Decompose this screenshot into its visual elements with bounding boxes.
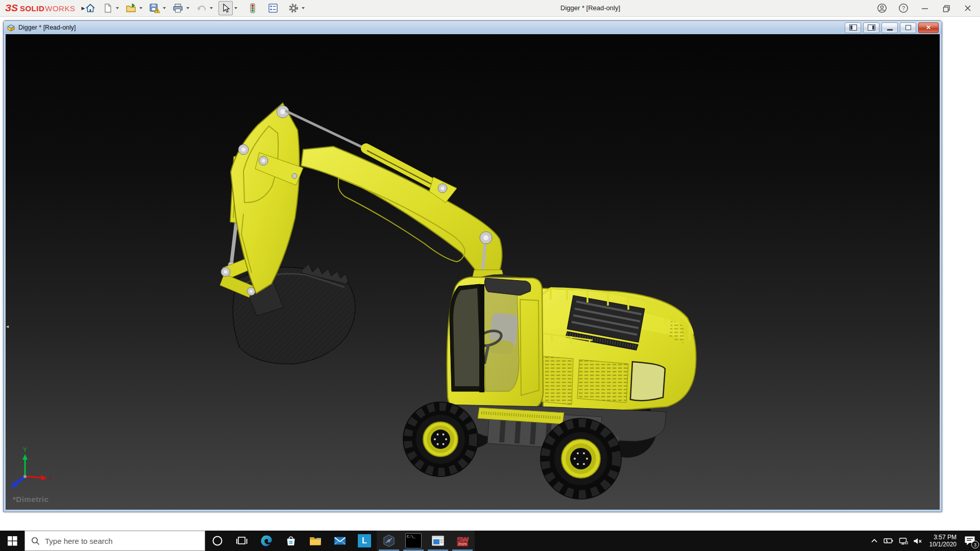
volume-muted-icon[interactable] <box>913 537 922 545</box>
taskbar-item-l-app[interactable]: L <box>352 531 377 551</box>
part-document-icon <box>7 23 15 32</box>
print-button[interactable] <box>172 2 185 15</box>
document-title: Digger * [Read-only] <box>18 24 76 31</box>
taskbar-item-solidworks[interactable]: SW 2020 <box>450 531 475 551</box>
graphics-viewport[interactable]: Y x *Dimetric ◂ <box>6 34 940 510</box>
digger-model[interactable]: Y x <box>6 34 939 509</box>
brand-works: WORKS <box>45 4 75 13</box>
save-button[interactable] <box>148 2 161 15</box>
undo-icon <box>195 3 208 14</box>
minimize-icon <box>921 5 928 12</box>
taskbar-item-hexagon-app[interactable] <box>377 531 401 551</box>
battery-icon[interactable] <box>884 537 894 544</box>
app-window-title: Digger * [Read-only] <box>560 0 620 16</box>
system-tray: 3:57 PM 10/1/2020 3 <box>870 534 980 548</box>
l-app-icon: L <box>358 534 371 547</box>
open-dropdown[interactable] <box>138 2 144 15</box>
gear-icon <box>288 3 299 14</box>
taskbar-item-task-view[interactable] <box>230 531 254 551</box>
select-tool-button[interactable] <box>218 1 233 15</box>
notification-count-badge: 3 <box>971 541 979 548</box>
toggle-right-pane-button[interactable] <box>863 22 879 33</box>
machine-body[interactable] <box>520 288 696 413</box>
help-icon: ? <box>898 3 909 13</box>
taskbar-item-command-prompt[interactable]: C:\_ <box>401 531 426 551</box>
action-center-button[interactable]: 3 <box>964 535 977 546</box>
help-button[interactable]: ? <box>896 1 911 15</box>
restore-button[interactable] <box>939 1 953 15</box>
taskbar-item-file-explorer[interactable] <box>303 531 328 551</box>
taskbar-clock[interactable]: 3:57 PM 10/1/2020 <box>927 534 959 548</box>
feature-tree-collapse-arrow[interactable]: ◂ <box>6 324 9 329</box>
left-pane-icon <box>849 24 857 31</box>
command-prompt-icon: C:\_ <box>405 533 422 548</box>
print-dropdown[interactable] <box>185 2 191 15</box>
start-button[interactable] <box>0 531 24 551</box>
solidworks-logo: ЗS SOLID WORKS ▶ <box>5 0 85 16</box>
restore-icon <box>943 5 950 12</box>
taskbar-item-edge[interactable] <box>254 531 279 551</box>
mail-icon <box>333 535 347 547</box>
taskbar-item-window-app[interactable] <box>426 531 450 551</box>
cortana-icon <box>212 535 223 546</box>
home-icon <box>85 3 96 14</box>
options-button[interactable] <box>287 2 300 15</box>
home-button[interactable] <box>84 2 97 15</box>
svg-text:?: ? <box>902 5 905 11</box>
file-properties-button[interactable] <box>266 2 280 15</box>
rear-wheel[interactable] <box>540 418 622 499</box>
hexagon-app-icon <box>382 534 396 547</box>
edge-icon <box>260 534 273 547</box>
toggle-left-pane-button[interactable] <box>845 22 861 33</box>
doc-close-button[interactable]: ✕ <box>918 22 939 33</box>
rebuild-button[interactable] <box>246 2 259 15</box>
search-icon <box>31 537 40 545</box>
orientation-triad: Y x <box>11 446 52 488</box>
file-properties-icon <box>267 3 279 14</box>
document-window: Digger * [Read-only] ✕ <box>3 20 942 512</box>
svg-text:x: x <box>49 475 52 482</box>
undo-button[interactable] <box>195 2 208 15</box>
orientation-label: *Dimetric <box>13 495 48 504</box>
close-button[interactable] <box>961 1 975 15</box>
open-button[interactable] <box>125 2 138 15</box>
taskbar-item-cortana[interactable] <box>205 531 230 551</box>
front-wheel[interactable] <box>403 402 478 477</box>
windows-logo-icon <box>8 536 17 546</box>
document-titlebar[interactable]: Digger * [Read-only] ✕ <box>4 21 942 34</box>
new-document-dropdown[interactable] <box>114 2 120 15</box>
doc-minimize-button[interactable] <box>881 22 898 33</box>
clock-date: 10/1/2020 <box>929 541 957 548</box>
taskbar-search[interactable] <box>24 531 205 551</box>
svg-text:Y: Y <box>23 446 27 454</box>
taskbar-item-store[interactable] <box>279 531 303 551</box>
select-tool-dropdown[interactable] <box>233 2 239 15</box>
account-button[interactable] <box>875 1 889 15</box>
doc-close-icon: ✕ <box>926 24 931 31</box>
doc-restore-icon <box>905 25 911 30</box>
undo-dropdown[interactable] <box>208 2 214 15</box>
save-dropdown[interactable] <box>161 2 167 15</box>
window-app-icon <box>431 535 445 547</box>
print-icon <box>172 3 184 14</box>
doc-restore-button[interactable] <box>900 22 916 33</box>
taskbar-search-input[interactable] <box>44 536 189 546</box>
solidworks-logo-icon: ЗS <box>5 3 18 14</box>
options-dropdown[interactable] <box>300 2 306 15</box>
rebuild-traffic-light-icon <box>248 3 258 14</box>
right-pane-icon <box>868 24 875 31</box>
file-explorer-icon <box>309 535 322 547</box>
taskbar-item-mail[interactable] <box>328 531 352 551</box>
tray-chevron-icon[interactable] <box>870 537 878 544</box>
app-window-controls: ? <box>875 0 975 16</box>
new-document-button[interactable] <box>101 2 114 15</box>
brand-solid: SOLID <box>20 4 44 13</box>
clock-time: 3:57 PM <box>929 534 957 541</box>
quick-access-toolbar <box>84 1 306 15</box>
network-icon[interactable] <box>899 537 908 545</box>
new-document-icon <box>102 3 113 14</box>
cab[interactable] <box>447 277 543 413</box>
document-window-controls: ✕ <box>845 22 939 33</box>
account-icon <box>877 3 887 13</box>
minimize-button[interactable] <box>918 1 932 15</box>
